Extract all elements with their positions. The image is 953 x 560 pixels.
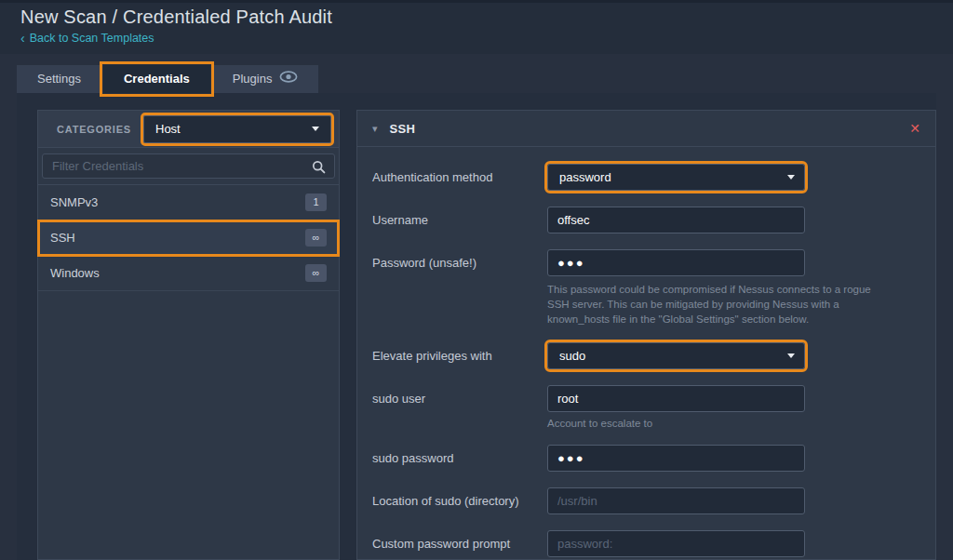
sudo-user-help-text: Account to escalate to (547, 418, 919, 429)
sudo-location-label: Location of sudo (directory) (372, 487, 547, 514)
ssh-credential-panel: ▾ SSH ✕ Authentication method password U… (356, 110, 936, 560)
search-icon (312, 160, 326, 178)
password-row: Password (unsafe!) ●●● This password cou… (372, 249, 920, 327)
credential-item-label: SNMPv3 (50, 195, 98, 209)
close-icon[interactable]: ✕ (909, 121, 920, 136)
categories-label: CATEGORIES (57, 124, 131, 135)
sudo-user-input[interactable] (547, 385, 805, 412)
password-input[interactable]: ●●● (547, 249, 805, 276)
password-masked-value: ●●● (557, 256, 585, 270)
back-to-scan-templates-link[interactable]: ‹ Back to Scan Templates (20, 32, 154, 45)
tab-plugins[interactable]: Plugins (212, 65, 319, 93)
elevate-privileges-value: sudo (559, 349, 585, 363)
username-row: Username (372, 207, 920, 233)
sudo-location-input[interactable] (547, 487, 805, 514)
username-label: Username (372, 207, 547, 233)
sudo-location-row: Location of sudo (directory) (372, 487, 920, 514)
sudo-password-input[interactable]: ●●● (547, 445, 805, 472)
credential-item-label: SSH (50, 231, 75, 245)
tab-credentials[interactable]: Credentials (103, 65, 210, 93)
categories-header: CATEGORIES Host (38, 111, 339, 148)
tab-settings-label: Settings (37, 65, 81, 93)
credentials-tab-content: CATEGORIES Host SNMPv3 1 (17, 93, 936, 560)
chevron-down-icon (787, 353, 795, 358)
credential-count-badge: ∞ (305, 264, 327, 282)
category-dropdown-value: Host (155, 122, 181, 136)
back-chevron-icon: ‹ (20, 33, 25, 44)
sudo-password-row: sudo password ●●● (372, 445, 920, 472)
credential-item-ssh[interactable]: SSH ∞ (38, 220, 339, 256)
scan-config-tabs: Settings Credentials Plugins (17, 65, 320, 93)
sudo-password-masked-value: ●●● (557, 451, 585, 465)
auth-method-value: password (559, 170, 611, 184)
tab-plugins-label: Plugins (233, 65, 273, 93)
chevron-down-icon (312, 127, 319, 131)
sudo-user-row: sudo user Account to escalate to (372, 385, 920, 429)
credential-item-label: Windows (50, 266, 100, 280)
sudo-user-label: sudo user (372, 385, 547, 429)
credentials-sidebar: CATEGORIES Host SNMPv3 1 (37, 110, 340, 560)
custom-prompt-input[interactable] (547, 530, 805, 557)
credential-item-snmpv3[interactable]: SNMPv3 1 (38, 185, 339, 220)
tab-settings[interactable]: Settings (17, 65, 101, 93)
credential-list: SNMPv3 1 SSH ∞ Windows ∞ (38, 185, 339, 291)
filter-credentials-input[interactable] (42, 153, 335, 179)
auth-method-row: Authentication method password (372, 164, 920, 191)
credential-item-windows[interactable]: Windows ∞ (38, 256, 339, 291)
username-input[interactable] (547, 207, 805, 233)
nessus-new-scan-page: New Scan / Credentialed Patch Audit ‹ Ba… (0, 0, 953, 560)
tab-credentials-label: Credentials (124, 65, 190, 93)
chevron-down-icon (787, 175, 795, 180)
sudo-password-label: sudo password (372, 445, 547, 472)
auth-method-dropdown[interactable]: password (547, 164, 805, 191)
elevate-privileges-label: Elevate privileges with (372, 342, 547, 369)
page-header: New Scan / Credentialed Patch Audit ‹ Ba… (0, 0, 953, 54)
custom-prompt-row: Custom password prompt (372, 530, 920, 557)
ssh-panel-title: SSH (390, 122, 416, 136)
collapse-caret-icon: ▾ (372, 123, 378, 135)
eye-icon (279, 65, 298, 93)
custom-prompt-label: Custom password prompt (372, 530, 547, 557)
back-link-label: Back to Scan Templates (30, 32, 154, 45)
elevate-privileges-dropdown[interactable]: sudo (547, 342, 805, 369)
page-title: New Scan / Credentialed Patch Audit (20, 7, 332, 28)
password-label: Password (unsafe!) (372, 249, 547, 327)
password-help-text: This password could be compromised if Ne… (547, 282, 890, 327)
elevate-privileges-row: Elevate privileges with sudo (372, 342, 920, 369)
credential-count-badge: 1 (305, 193, 327, 211)
credential-count-badge: ∞ (305, 229, 327, 247)
ssh-form: Authentication method password Username (357, 147, 935, 557)
ssh-panel-header[interactable]: ▾ SSH ✕ (357, 111, 935, 147)
category-dropdown[interactable]: Host (143, 115, 331, 143)
filter-row (38, 148, 339, 185)
auth-method-label: Authentication method (372, 164, 547, 191)
